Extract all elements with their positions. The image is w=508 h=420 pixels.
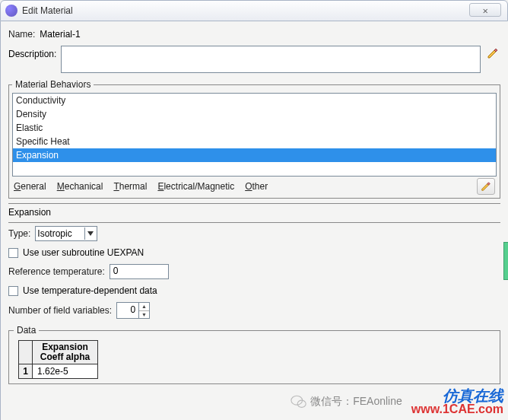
data-group: Data Expansion Coeff alpha 1 1.62e-5 bbox=[8, 325, 500, 384]
table-header-alpha: Expansion Coeff alpha bbox=[33, 341, 98, 364]
svg-marker-4 bbox=[87, 231, 94, 236]
close-button[interactable]: ⨉ bbox=[469, 3, 501, 17]
table-row[interactable]: 1 1.62e-5 bbox=[19, 364, 98, 379]
description-input[interactable] bbox=[61, 46, 481, 73]
ref-temp-value: 0 bbox=[113, 266, 119, 276]
behaviors-legend: Material Behaviors bbox=[12, 79, 94, 90]
temp-dep-row: Use temperature-dependent data bbox=[8, 285, 500, 296]
edit-behavior-button[interactable] bbox=[477, 178, 495, 195]
type-label: Type: bbox=[8, 228, 30, 239]
titlebar: Edit Material ⨉ bbox=[0, 0, 508, 21]
cell-alpha[interactable]: 1.62e-5 bbox=[33, 364, 98, 379]
menu-general[interactable]: General bbox=[14, 181, 46, 192]
side-tab[interactable] bbox=[503, 242, 508, 280]
app-icon bbox=[5, 5, 17, 17]
material-behaviors-group: Material Behaviors Conductivity Density … bbox=[8, 79, 500, 199]
behavior-item-conductivity[interactable]: Conductivity bbox=[13, 94, 496, 107]
chevron-up-icon[interactable]: ▲ bbox=[139, 303, 149, 311]
name-value: Material-1 bbox=[40, 29, 80, 40]
menu-other[interactable]: Other bbox=[245, 181, 268, 192]
behavior-menu: General Mechanical Thermal Electrical/Ma… bbox=[12, 177, 497, 195]
use-uexpan-label: Use user subroutine UEXPAN bbox=[23, 247, 144, 258]
menu-mechanical[interactable]: Mechanical bbox=[57, 181, 103, 192]
name-label: Name: bbox=[8, 29, 35, 40]
row-index: 1 bbox=[19, 364, 33, 379]
ref-temp-input[interactable]: 0 bbox=[110, 264, 169, 279]
chevron-down-icon[interactable]: ▼ bbox=[139, 311, 149, 319]
temp-dep-label: Use temperature-dependent data bbox=[23, 285, 157, 296]
field-vars-value: 0 bbox=[117, 303, 138, 318]
field-vars-row: Number of field variables: 0 ▲ ▼ bbox=[8, 302, 500, 319]
dialog-content: Name: Material-1 Description: Material B… bbox=[0, 21, 508, 420]
type-row: Type: Isotropic bbox=[8, 226, 500, 241]
dropdown-arrow-icon bbox=[84, 228, 95, 240]
pencil-icon bbox=[481, 181, 491, 192]
field-vars-spinner[interactable]: 0 ▲ ▼ bbox=[116, 302, 150, 319]
data-table: Expansion Coeff alpha 1 1.62e-5 bbox=[18, 340, 495, 379]
ref-temp-row: Reference temperature: 0 bbox=[8, 264, 500, 279]
type-value: Isotropic bbox=[37, 228, 71, 239]
menu-electrical[interactable]: Electrical/Magnetic bbox=[157, 181, 234, 192]
svg-marker-0 bbox=[488, 50, 496, 58]
svg-marker-2 bbox=[482, 184, 489, 191]
separator bbox=[8, 203, 500, 204]
behavior-item-density[interactable]: Density bbox=[13, 107, 496, 121]
field-vars-label: Number of field variables: bbox=[8, 305, 112, 316]
spinner-arrows[interactable]: ▲ ▼ bbox=[138, 303, 149, 318]
data-legend: Data bbox=[14, 325, 39, 336]
expansion-section-label: Expansion bbox=[8, 207, 500, 218]
close-icon: ⨉ bbox=[483, 5, 487, 15]
temp-dep-checkbox[interactable] bbox=[8, 286, 18, 296]
name-row: Name: Material-1 bbox=[8, 29, 500, 40]
table-corner bbox=[19, 341, 33, 364]
ref-temp-label: Reference temperature: bbox=[8, 266, 105, 277]
use-uexpan-checkbox[interactable] bbox=[8, 248, 18, 258]
type-select[interactable]: Isotropic bbox=[35, 226, 97, 241]
uexpan-row: Use user subroutine UEXPAN bbox=[8, 247, 500, 258]
behavior-item-specific-heat[interactable]: Specific Heat bbox=[13, 135, 496, 148]
behaviors-list[interactable]: Conductivity Density Elastic Specific He… bbox=[12, 93, 497, 177]
edit-description-button[interactable] bbox=[485, 46, 500, 61]
menu-thermal[interactable]: Thermal bbox=[113, 181, 147, 192]
pencil-icon bbox=[487, 47, 499, 59]
description-label: Description: bbox=[8, 49, 56, 59]
window-title: Edit Material bbox=[22, 5, 73, 16]
separator bbox=[8, 222, 500, 223]
description-row: Description: bbox=[8, 46, 500, 73]
behavior-item-expansion[interactable]: Expansion bbox=[13, 148, 496, 162]
behavior-item-elastic[interactable]: Elastic bbox=[13, 121, 496, 135]
